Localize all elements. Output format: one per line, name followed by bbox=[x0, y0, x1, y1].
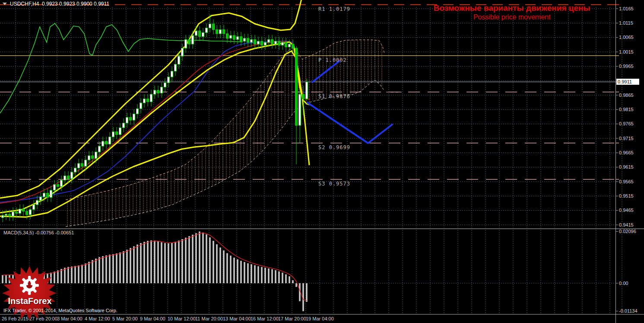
red-ma-line bbox=[0, 42, 310, 203]
terminal-chart-window[interactable]: USDCHF,H4 0.9923 0.9923 0.9900 0.9911 MA… bbox=[0, 0, 644, 323]
pivot-label-s2: S2 0.9699 bbox=[318, 144, 350, 150]
price-axis-label: 1.0165 bbox=[619, 6, 634, 12]
price-axis-label: 1.0115 bbox=[619, 20, 633, 26]
time-axis-label: 10 Mar 12:00 bbox=[168, 316, 196, 321]
time-axis-label: 4 Mar 12:00 bbox=[85, 316, 110, 321]
time-axis-label: 17 Mar 20:00 bbox=[278, 316, 306, 321]
symbol-dropdown-icon[interactable] bbox=[3, 3, 7, 5]
price-axis-label: 0.9515 bbox=[619, 193, 634, 199]
macd-axis-label: -0.01134 bbox=[619, 308, 638, 314]
chart-canvas[interactable] bbox=[0, 0, 644, 323]
instaforex-starburst-icon bbox=[2, 265, 58, 323]
price-axis-label: 0.9615 bbox=[619, 164, 634, 170]
time-axis-label: 11 Mar 20:00 bbox=[195, 316, 223, 321]
time-axis-label: 9 Mar 04:00 bbox=[140, 316, 165, 321]
price-scale[interactable]: 1.01651.01151.00651.00150.99650.98650.98… bbox=[616, 0, 644, 323]
time-axis-label: 13 Mar 04:00 bbox=[223, 316, 251, 321]
blue-ma-line bbox=[0, 41, 309, 202]
time-axis-label: 3 Mar 04:00 bbox=[57, 316, 82, 321]
annotation-russian: Возможные варианты движения цены bbox=[410, 3, 613, 13]
pivot-label-p: P 1.0002 bbox=[318, 57, 347, 63]
band-lower bbox=[0, 51, 309, 217]
pivot-label-s3: S3 0.9573 bbox=[318, 181, 350, 187]
chart-title-bar: USDCHF,H4 0.9923 0.9923 0.9900 0.9911 bbox=[3, 1, 109, 7]
price-axis-label: 0.9465 bbox=[619, 208, 634, 213]
price-axis-label: 1.0015 bbox=[619, 49, 634, 55]
pivot-label-r1: R1 1.0179 bbox=[318, 6, 350, 12]
current-price-marker: 0.9911 bbox=[616, 79, 639, 85]
forecast-lines bbox=[307, 61, 392, 143]
instaforex-logo bbox=[2, 265, 58, 323]
price-axis-label: 0.9565 bbox=[619, 179, 634, 185]
price-axis-label: 0.9415 bbox=[619, 222, 634, 228]
chart-title: USDCHF,H4 0.9923 0.9923 0.9900 0.9911 bbox=[10, 1, 109, 7]
price-axis-label: 0.9815 bbox=[619, 107, 634, 112]
time-axis-label: 16 Mar 12:00 bbox=[251, 316, 279, 321]
price-axis-label: 0.9765 bbox=[619, 121, 634, 127]
pivot-label-s1: S1 0.9876 bbox=[318, 93, 350, 99]
forecast-line-2 bbox=[307, 102, 392, 143]
candlesticks bbox=[2, 14, 308, 222]
price-axis-label: 0.9965 bbox=[619, 64, 634, 69]
overlay-lines bbox=[0, 0, 310, 217]
gear-icon bbox=[20, 276, 39, 295]
time-axis-label: 19 Mar 04:00 bbox=[306, 316, 334, 321]
macd-axis-label: 0.00 bbox=[619, 281, 628, 286]
pivot-lines bbox=[0, 5, 619, 179]
macd-axis-label: 0.02096 bbox=[619, 229, 636, 234]
annotation-english: Possible price movement bbox=[410, 13, 613, 21]
price-axis-label: 0.9865 bbox=[619, 93, 634, 98]
platform-copyright: IFX Trader, © 2001-2014, MetaQuotes Soft… bbox=[3, 308, 117, 313]
macd-indicator-label: MACD(5,34,5) -0.00756 -0.00651 bbox=[3, 230, 74, 235]
price-axis-label: 0.9715 bbox=[619, 136, 634, 141]
price-axis-label: 0.9665 bbox=[619, 150, 634, 156]
instaforex-logo-text: InstaForex bbox=[2, 296, 58, 306]
time-scale[interactable]: 26 Feb 201527 Feb 20:003 Mar 04:004 Mar … bbox=[0, 315, 616, 323]
price-axis-label: 1.0065 bbox=[619, 35, 634, 40]
time-axis-label: 5 Mar 20:00 bbox=[112, 316, 138, 321]
